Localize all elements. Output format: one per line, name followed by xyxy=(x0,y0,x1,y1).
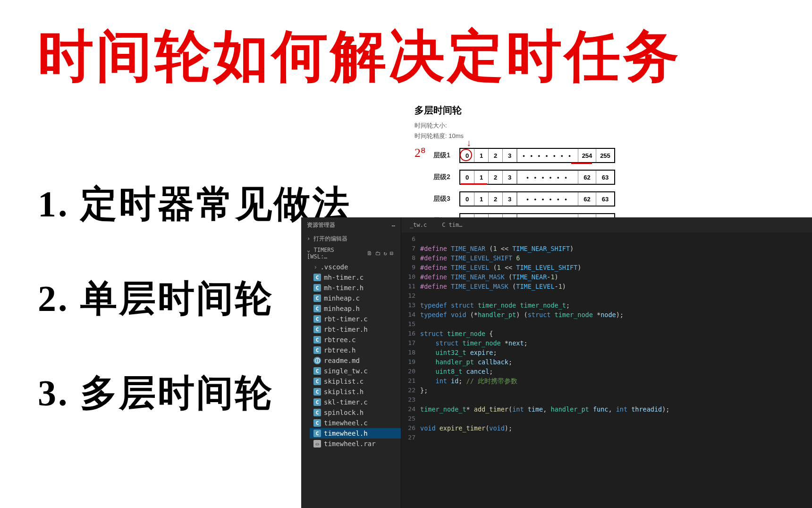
cell: 62 xyxy=(578,171,596,184)
file-name: mh-timer.h xyxy=(324,284,364,292)
file-name: timewheel.h xyxy=(324,430,368,437)
code-line[interactable]: typedef struct timer_node timer_node_t; xyxy=(420,301,812,310)
code-line[interactable]: int id; // 此时携带参数 xyxy=(420,376,812,386)
file-name: skiplist.h xyxy=(324,388,364,396)
cell-ellipsis: • • • • • • xyxy=(517,171,578,184)
workspace-section[interactable]: TIMERS [WSL:… xyxy=(301,245,362,262)
tab-twc[interactable]: _tw.c xyxy=(405,219,431,231)
file-item-spinlock-h[interactable]: Cspinlock.h xyxy=(310,407,401,418)
file-name: rbtree.c xyxy=(324,336,355,344)
cell: 1 xyxy=(474,192,489,206)
tab-bar: _tw.c C tim… xyxy=(401,217,812,232)
code-line[interactable]: #define TIME_NEAR_MASK (TIME_NEAR-1) xyxy=(420,272,812,282)
file-item-single_tw-c[interactable]: Csingle_tw.c xyxy=(310,366,401,376)
arrow-annotation-icon: ↓ xyxy=(466,138,471,148)
level-row-1: 层级10123• • • • • • •254255↓ xyxy=(433,148,812,163)
sidebar-header: 资源管理器 … xyxy=(301,217,401,233)
code-line[interactable]: uint8_t cancel; xyxy=(420,367,812,376)
code-line[interactable]: typedef void (*handler_pt) (struct timer… xyxy=(420,310,812,319)
more-icon[interactable]: … xyxy=(392,221,395,229)
line-number-gutter: 6789101112131415161718192021222324252627 xyxy=(401,234,420,508)
file-item-timewheel-rar[interactable]: ▭timewheel.rar xyxy=(310,439,401,449)
file-type-icon: C xyxy=(313,378,321,385)
code-line[interactable] xyxy=(420,319,812,329)
file-item-rbtree-c[interactable]: Crbtree.c xyxy=(310,335,401,345)
code-line[interactable]: #define TIME_LEVEL (1 << TIME_LEVEL_SHIF… xyxy=(420,263,812,272)
code-line[interactable]: uint32_t expire; xyxy=(420,348,812,357)
cell: 3 xyxy=(503,192,517,206)
file-item-timewheel-h[interactable]: Ctimewheel.h xyxy=(310,428,401,439)
new-file-icon[interactable]: 🗎 xyxy=(367,250,372,257)
code-line[interactable] xyxy=(420,433,812,442)
cell: 0 xyxy=(460,171,474,184)
code-area[interactable]: 6789101112131415161718192021222324252627… xyxy=(401,232,812,508)
file-name: skl-timer.c xyxy=(324,398,368,406)
tab-tim[interactable]: C tim… xyxy=(437,219,467,231)
file-name: readme.md xyxy=(324,357,360,364)
code-line[interactable] xyxy=(420,234,812,244)
cell: 63 xyxy=(596,192,614,206)
file-name: timewheel.c xyxy=(324,419,368,427)
cell: 63 xyxy=(596,171,614,184)
file-item-minheap-c[interactable]: Cminheap.c xyxy=(310,293,401,303)
file-name: spinlock.h xyxy=(324,409,364,416)
file-item-rbt-timer-c[interactable]: Crbt-timer.c xyxy=(310,314,401,324)
collapse-icon[interactable]: ⊟ xyxy=(390,250,393,257)
code-line[interactable]: struct timer_node *next; xyxy=(420,338,812,348)
file-item-readme-md[interactable]: ⓘreadme.md xyxy=(310,355,401,366)
code-line[interactable] xyxy=(420,395,812,405)
new-folder-icon[interactable]: 🗀 xyxy=(375,250,381,257)
file-type-icon: ⓘ xyxy=(313,357,321,364)
file-name: minheap.h xyxy=(324,305,360,312)
file-type-icon: C xyxy=(313,388,321,396)
cell: 2 xyxy=(489,192,503,206)
cell: 3 xyxy=(503,171,517,184)
vscode-editor-panel: 资源管理器 … 打开的编辑器 TIMERS [WSL:… 🗎 🗀 ↻ ⊟ .vs… xyxy=(301,217,812,508)
file-item-skiplist-h[interactable]: Cskiplist.h xyxy=(310,387,401,397)
file-type-icon: C xyxy=(313,398,321,406)
file-item-skiplist-c[interactable]: Cskiplist.c xyxy=(310,376,401,387)
code-line[interactable]: #define TIME_NEAR (1 << TIME_NEAR_SHIFT) xyxy=(420,244,812,253)
file-type-icon: C xyxy=(313,315,321,323)
cell: 62 xyxy=(578,192,596,206)
file-type-icon: C xyxy=(313,274,321,281)
code-line[interactable]: handler_pt callback; xyxy=(420,357,812,367)
file-type-icon: ▭ xyxy=(313,440,321,448)
file-item-rbtree-h[interactable]: Crbtree.h xyxy=(310,345,401,355)
code-line[interactable]: #define TIME_LEVEL_SHIFT 6 xyxy=(420,253,812,263)
code-line[interactable]: }; xyxy=(420,386,812,395)
file-name: mh-timer.c xyxy=(324,274,364,281)
file-item-mh-timer-h[interactable]: Cmh-timer.h xyxy=(310,283,401,293)
code-content[interactable]: #define TIME_NEAR (1 << TIME_NEAR_SHIFT)… xyxy=(420,234,812,508)
file-type-icon: C xyxy=(313,430,321,437)
file-name: minheap.c xyxy=(324,294,360,302)
vscode-editor-area: _tw.c C tim… 678910111213141516171819202… xyxy=(401,217,812,508)
code-line[interactable]: timer_node_t* add_timer(int time, handle… xyxy=(420,405,812,414)
file-type-icon: C xyxy=(313,294,321,302)
file-type-icon: C xyxy=(313,284,321,292)
code-line[interactable]: struct timer_node { xyxy=(420,329,812,338)
open-editors-section[interactable]: 打开的编辑器 xyxy=(301,233,401,245)
cell: 1 xyxy=(474,149,489,162)
file-item-rbt-timer-h[interactable]: Crbt-timer.h xyxy=(310,324,401,335)
code-line[interactable] xyxy=(420,291,812,301)
code-line[interactable]: #define TIME_LEVEL_MASK (TIME_LEVEL-1) xyxy=(420,282,812,291)
cell-ellipsis: • • • • • • xyxy=(517,192,578,206)
cell: 254 xyxy=(578,149,596,162)
file-type-icon: C xyxy=(313,419,321,427)
file-item-mh-timer-c[interactable]: Cmh-timer.c xyxy=(310,272,401,283)
file-type-icon: C xyxy=(313,305,321,312)
file-name: skiplist.c xyxy=(324,378,364,385)
refresh-icon[interactable]: ↻ xyxy=(384,250,387,257)
code-line[interactable] xyxy=(420,414,812,423)
file-item-minheap-h[interactable]: Cminheap.h xyxy=(310,303,401,314)
file-item-timewheel-c[interactable]: Ctimewheel.c xyxy=(310,418,401,428)
file-item-skl-timer-c[interactable]: Cskl-timer.c xyxy=(310,397,401,407)
folder-vscode[interactable]: .vscode xyxy=(310,262,401,272)
file-type-icon: C xyxy=(313,336,321,344)
cell: 0 xyxy=(460,192,474,206)
diagram-title: 多层时间轮 xyxy=(414,104,812,117)
code-line[interactable]: void expire_timer(void); xyxy=(420,423,812,433)
file-name: rbt-timer.c xyxy=(324,315,368,323)
cell: 255 xyxy=(596,149,614,162)
